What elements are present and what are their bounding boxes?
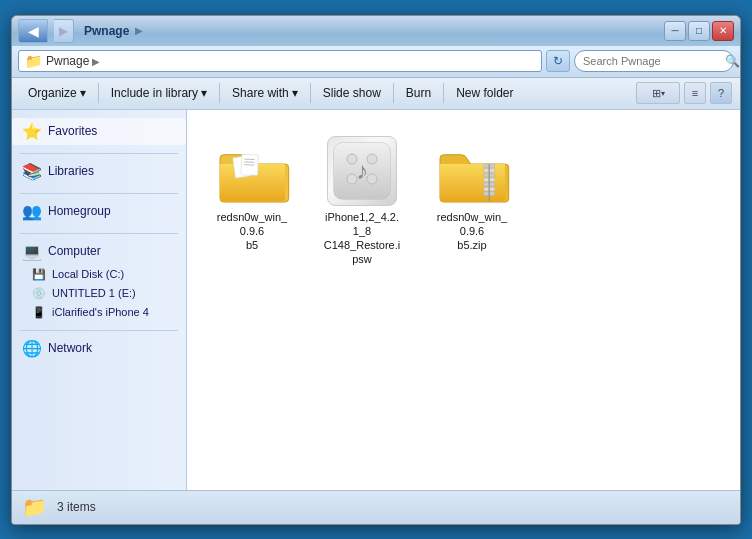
sidebar-divider-2 xyxy=(20,193,178,194)
path-label: Pwnage xyxy=(46,54,89,68)
title-controls: ─ □ ✕ xyxy=(664,21,734,41)
help-icon: ? xyxy=(718,87,724,99)
refresh-icon: ↻ xyxy=(553,54,563,68)
local-disk-icon: 💾 xyxy=(32,268,46,281)
toolbar-separator-3 xyxy=(310,83,311,103)
libraries-section: 📚 Libraries xyxy=(12,158,186,185)
sidebar-item-libraries[interactable]: 📚 Libraries xyxy=(12,158,186,185)
homegroup-icon: 👥 xyxy=(22,202,42,221)
toolbar-right: ⊞ ▾ ≡ ? xyxy=(636,82,732,104)
sidebar-divider-4 xyxy=(20,330,178,331)
toolbar-separator-4 xyxy=(393,83,394,103)
path-chevron: ▶ xyxy=(92,56,100,67)
network-label: Network xyxy=(48,341,92,355)
libraries-icon: 📚 xyxy=(22,162,42,181)
untitled-icon: 💿 xyxy=(32,287,46,300)
sidebar-item-network[interactable]: 🌐 Network xyxy=(12,335,186,362)
new-folder-label: New folder xyxy=(456,86,513,100)
burn-button[interactable]: Burn xyxy=(398,81,439,105)
forward-button[interactable]: ▶ xyxy=(54,19,74,43)
sidebar-divider-3 xyxy=(20,233,178,234)
svg-point-8 xyxy=(367,154,377,164)
folder-icon-zip xyxy=(432,136,512,206)
details-view-button[interactable]: ≡ xyxy=(684,82,706,104)
favorites-section: ⭐ Favorites xyxy=(12,118,186,145)
toolbar-separator-1 xyxy=(98,83,99,103)
search-input[interactable] xyxy=(583,55,721,67)
file-area: redsn0w_win_0.9.6b5 xyxy=(187,110,740,490)
slide-show-label: Slide show xyxy=(323,86,381,100)
file-label: redsn0w_win_0.9.6b5.zip xyxy=(433,210,511,253)
include-library-arrow: ▾ xyxy=(201,86,207,100)
close-button[interactable]: ✕ xyxy=(712,21,734,41)
title-chevron: ▶ xyxy=(135,25,143,36)
svg-text:♪: ♪ xyxy=(356,157,368,184)
organize-button[interactable]: Organize ▾ xyxy=(20,81,94,105)
toolbar-separator-2 xyxy=(219,83,220,103)
address-path[interactable]: 📁 Pwnage ▶ xyxy=(18,50,542,72)
title-text: Pwnage xyxy=(84,24,129,38)
maximize-button[interactable]: □ xyxy=(688,21,710,41)
ipsw-icon: ♪ xyxy=(327,136,397,206)
main-content: ⭐ Favorites 📚 Libraries 👥 Homegroup xyxy=(12,110,740,490)
search-icon: 🔍 xyxy=(725,54,740,68)
search-box[interactable]: 🔍 xyxy=(574,50,734,72)
sidebar-item-local-disk[interactable]: 💾 Local Disk (C:) xyxy=(12,265,186,284)
back-button[interactable]: ◀ xyxy=(18,19,48,43)
file-label: iPhone1,2_4.2.1_8C148_Restore.ipsw xyxy=(323,210,401,267)
favorites-label: Favorites xyxy=(48,124,97,138)
iphone-icon: 📱 xyxy=(32,306,46,319)
toolbar-separator-5 xyxy=(443,83,444,103)
network-section: 🌐 Network xyxy=(12,335,186,362)
computer-label: Computer xyxy=(48,244,101,258)
main-window: ◀ ▶ Pwnage ▶ ─ □ ✕ 📁 Pwnage ▶ ↻ 🔍 Organi… xyxy=(11,15,741,525)
view-arrow: ▾ xyxy=(661,89,665,98)
sidebar-item-homegroup[interactable]: 👥 Homegroup xyxy=(12,198,186,225)
title-bar-left: ◀ ▶ Pwnage ▶ xyxy=(18,19,143,43)
share-with-arrow: ▾ xyxy=(292,86,298,100)
address-bar: 📁 Pwnage ▶ ↻ 🔍 xyxy=(12,46,740,78)
list-item[interactable]: redsn0w_win_0.9.6b5.zip xyxy=(427,130,517,273)
status-bar: 📁 3 items xyxy=(12,490,740,524)
refresh-button[interactable]: ↻ xyxy=(546,50,570,72)
minimize-button[interactable]: ─ xyxy=(664,21,686,41)
local-disk-label: Local Disk (C:) xyxy=(52,268,124,280)
path-folder-icon: 📁 xyxy=(25,53,42,69)
homegroup-label: Homegroup xyxy=(48,204,111,218)
network-icon: 🌐 xyxy=(22,339,42,358)
favorites-icon: ⭐ xyxy=(22,122,42,141)
sidebar-divider-1 xyxy=(20,153,178,154)
help-button[interactable]: ? xyxy=(710,82,732,104)
sidebar-item-untitled[interactable]: 💿 UNTITLED 1 (E:) xyxy=(12,284,186,303)
slide-show-button[interactable]: Slide show xyxy=(315,81,389,105)
folder-icon-redsn0w xyxy=(212,136,292,206)
sidebar-item-favorites[interactable]: ⭐ Favorites xyxy=(12,118,186,145)
include-library-label: Include in library xyxy=(111,86,198,100)
untitled-label: UNTITLED 1 (E:) xyxy=(52,287,136,299)
file-label: redsn0w_win_0.9.6b5 xyxy=(213,210,291,253)
details-icon: ≡ xyxy=(692,87,698,99)
organize-arrow: ▾ xyxy=(80,86,86,100)
list-item[interactable]: ♪ iPhone1,2_4.2.1_8C148_Restore.ipsw xyxy=(317,130,407,273)
ipsw-icon-wrapper: ♪ xyxy=(322,136,402,206)
sidebar: ⭐ Favorites 📚 Libraries 👥 Homegroup xyxy=(12,110,187,490)
list-item[interactable]: redsn0w_win_0.9.6b5 xyxy=(207,130,297,273)
view-toggle-button[interactable]: ⊞ ▾ xyxy=(636,82,680,104)
iphone-label: iClarified's iPhone 4 xyxy=(52,306,149,318)
burn-label: Burn xyxy=(406,86,431,100)
homegroup-section: 👥 Homegroup xyxy=(12,198,186,225)
sidebar-item-iphone[interactable]: 📱 iClarified's iPhone 4 xyxy=(12,303,186,322)
share-with-label: Share with xyxy=(232,86,289,100)
share-with-button[interactable]: Share with ▾ xyxy=(224,81,306,105)
status-text: 3 items xyxy=(57,500,96,514)
new-folder-button[interactable]: New folder xyxy=(448,81,521,105)
toolbar: Organize ▾ Include in library ▾ Share wi… xyxy=(12,78,740,110)
organize-label: Organize xyxy=(28,86,77,100)
libraries-label: Libraries xyxy=(48,164,94,178)
sidebar-item-computer[interactable]: 💻 Computer xyxy=(12,238,186,265)
title-bar: ◀ ▶ Pwnage ▶ ─ □ ✕ xyxy=(12,16,740,46)
svg-point-10 xyxy=(367,174,377,184)
computer-section: 💻 Computer 💾 Local Disk (C:) 💿 UNTITLED … xyxy=(12,238,186,322)
view-icon: ⊞ xyxy=(652,87,661,100)
include-library-button[interactable]: Include in library ▾ xyxy=(103,81,215,105)
